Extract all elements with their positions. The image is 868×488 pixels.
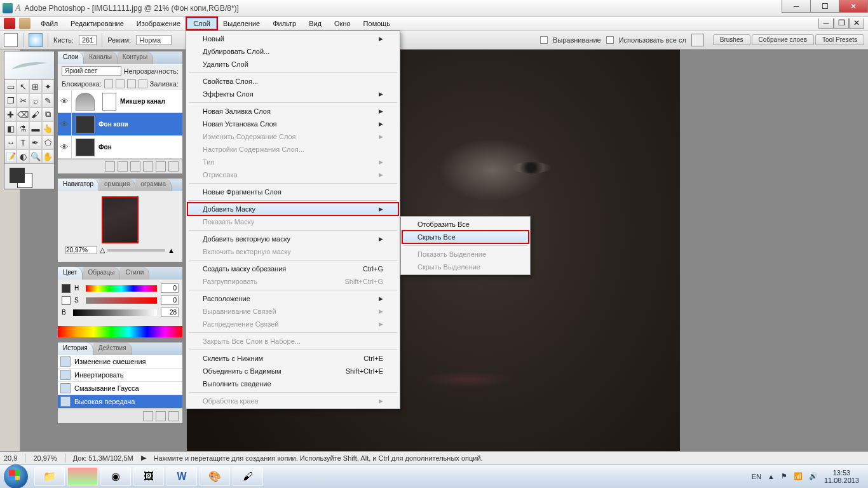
layer-row[interactable]: 👁Фон (58, 136, 182, 159)
menu-изображение[interactable]: Изображение (130, 18, 187, 29)
tool-21[interactable]: ◐ (17, 149, 29, 163)
layer-adj-icon[interactable] (143, 161, 153, 172)
menu-item-дублировать-слой-[interactable]: Дублировать Слой... (187, 45, 398, 58)
tab-actions[interactable]: Действия (93, 342, 132, 355)
tool-11[interactable]: ⧉ (42, 107, 54, 121)
menu-item-скрыть-все[interactable]: Скрыть Все (402, 231, 529, 243)
tab-swatches[interactable]: Образцы (83, 267, 120, 280)
tool-7[interactable]: ✎ (42, 93, 54, 107)
menu-слой[interactable]: Слой (187, 18, 217, 29)
minimize-button[interactable]: ─ (782, 0, 811, 13)
menu-item-выполнить-сведение[interactable]: Выполнить сведение (187, 377, 398, 390)
doc-restore-button[interactable]: ❐ (834, 18, 849, 29)
status-zoom2[interactable]: 20,97% (33, 454, 57, 462)
tool-8[interactable]: ✚ (4, 107, 17, 121)
start-button[interactable] (4, 464, 28, 489)
history-item[interactable]: Инвертировать (58, 369, 182, 382)
tool-0[interactable]: ▭ (4, 79, 17, 93)
tool-16[interactable]: ↔ (4, 135, 17, 149)
menu-файл[interactable]: Файл (34, 18, 64, 29)
tool-15[interactable]: 👆 (42, 121, 54, 135)
tool-preset-icon[interactable] (4, 33, 18, 47)
task-word[interactable]: W (166, 467, 197, 486)
tray-clock[interactable]: 13:53 11.08.2013 (824, 469, 859, 484)
zoom-input[interactable] (65, 246, 97, 254)
visibility-icon[interactable]: 👁 (58, 90, 72, 112)
tool-22[interactable]: 🔍 (29, 149, 41, 163)
color-spectrum[interactable] (58, 326, 182, 337)
brush-size[interactable]: 261 (79, 35, 97, 45)
menu-редактирование[interactable]: Редактирование (64, 18, 130, 29)
task-ps[interactable]: 🖌 (233, 467, 263, 486)
tab-styles[interactable]: Стили (120, 267, 149, 280)
tool-20[interactable]: 📝 (4, 149, 17, 163)
task-chrome[interactable]: ◉ (100, 467, 131, 486)
history-item[interactable]: Высокая передача (58, 395, 182, 409)
well-tab-layercomp[interactable]: Собрание слоев (752, 34, 814, 45)
layer-folder-icon[interactable] (130, 161, 140, 172)
menu-окно[interactable]: Окно (328, 18, 357, 29)
menu-item-создать-маску-обрезания[interactable]: Создать маску обрезанияCtrl+G (187, 262, 398, 275)
zoom-out-icon[interactable]: △ (100, 246, 105, 254)
tool-5[interactable]: ✂ (17, 93, 29, 107)
tray-action-icon[interactable]: ⚑ (781, 472, 787, 480)
color-value[interactable]: 28 (161, 308, 179, 317)
visibility-icon[interactable]: 👁 (58, 113, 72, 135)
task-photos[interactable]: 🖼 (133, 467, 164, 486)
tray-network-icon[interactable]: 📶 (794, 472, 803, 480)
tool-18[interactable]: ✒ (29, 135, 41, 149)
opt-icon[interactable] (691, 34, 704, 46)
visibility-icon[interactable]: 👁 (58, 136, 72, 158)
doc-minimize-button[interactable]: ─ (818, 18, 834, 29)
layer-row[interactable]: 👁Фон копи (58, 113, 182, 136)
heal-icon[interactable] (29, 33, 43, 47)
color-slider[interactable] (86, 285, 157, 292)
menu-item-объединить-с-видимым[interactable]: Объединить с ВидимымShift+Ctrl+E (187, 365, 398, 377)
tool-13[interactable]: ⚗ (17, 121, 29, 135)
tool-2[interactable]: ⊞ (29, 79, 41, 93)
close-button[interactable]: ✕ (839, 0, 868, 13)
menu-item-эффекты-слоя[interactable]: Эффекты Слоя▶ (187, 88, 398, 100)
tool-1[interactable]: ↖ (17, 79, 29, 93)
lock-move-icon[interactable] (127, 79, 136, 88)
task-app1[interactable] (67, 467, 98, 486)
tab-navigator[interactable]: Навигатор (58, 179, 99, 191)
tray-lang[interactable]: EN (752, 473, 761, 480)
menu-item-склеить-с-нижним[interactable]: Склеить с НижнимCtrl+E (187, 352, 398, 365)
task-paint[interactable]: 🎨 (200, 467, 230, 486)
lock-all-icon[interactable] (139, 79, 147, 88)
zoom-slider[interactable] (107, 249, 165, 252)
menu-item-новые-фрагменты-слоя[interactable]: Новые Фрагменты Слоя (187, 186, 398, 198)
color-fg-box[interactable] (62, 296, 71, 305)
well-tab-brushes[interactable]: Brushes (713, 34, 750, 45)
lock-paint-icon[interactable] (116, 79, 125, 88)
tool-17[interactable]: T (17, 135, 29, 149)
tool-3[interactable]: ✦ (42, 79, 54, 93)
tool-23[interactable]: ✋ (42, 149, 54, 163)
history-item[interactable]: Смазывание Гаусса (58, 382, 182, 395)
layer-new-icon[interactable] (156, 161, 166, 172)
tab-paths[interactable]: Контуры (118, 51, 153, 64)
menu-фильтр[interactable]: Фильтр (266, 18, 302, 29)
hist-trash-icon[interactable] (168, 411, 179, 421)
menu-item-удалить-слой[interactable]: Удалить Слой (187, 58, 398, 71)
color-slider[interactable] (73, 309, 157, 316)
doc-close-button[interactable]: ✕ (849, 18, 864, 29)
tab-layers[interactable]: Слои (58, 51, 84, 64)
hist-snapshot-icon[interactable] (156, 411, 166, 421)
layer-mask-icon[interactable] (118, 161, 128, 172)
mode-dropdown[interactable]: Норма (136, 35, 172, 45)
menu-item-новая-заливка-слоя[interactable]: Новая Заливка Слоя▶ (187, 105, 398, 118)
navigator-thumb[interactable] (102, 196, 139, 243)
tray-flag-icon[interactable]: ▲ (768, 473, 775, 480)
tool-10[interactable]: 🖌 (29, 107, 41, 121)
align-checkbox[interactable] (540, 36, 548, 44)
menu-помощь[interactable]: Помощь (357, 18, 397, 29)
menu-вид[interactable]: Вид (302, 18, 328, 29)
color-slider[interactable] (86, 297, 157, 304)
tool-14[interactable]: ▬ (29, 121, 41, 135)
tab-history[interactable]: История (58, 342, 93, 355)
menu-item-добавить-маску[interactable]: Добавить Маску▶ (187, 203, 398, 215)
blend-mode-dropdown[interactable]: Яркий свет (62, 66, 121, 76)
tab-channels[interactable]: Каналы (84, 51, 118, 64)
